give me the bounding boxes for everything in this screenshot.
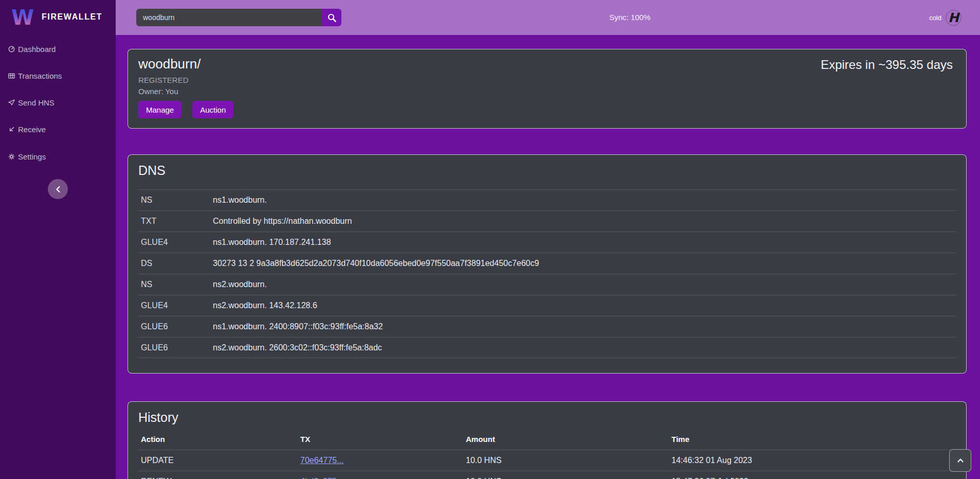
history-amount: 10.0 HNS	[463, 477, 668, 479]
sidebar-item-settings[interactable]: Settings	[8, 150, 46, 163]
search-input[interactable]	[136, 9, 322, 26]
dns-record-row: GLUE6ns2.woodburn. 2600:3c02::f03c:93ff:…	[138, 337, 956, 358]
search-box	[136, 9, 341, 26]
dns-record-row: TXTControlled by https://nathan.woodburn	[138, 210, 956, 232]
sidebar-item-label: Settings	[18, 152, 46, 161]
dns-record-row: GLUE4ns2.woodburn. 143.42.128.6	[138, 295, 956, 316]
sidebar-collapse-button[interactable]	[48, 179, 68, 199]
transactions-table-icon	[8, 73, 15, 79]
history-table: ActionTXAmountTime UPDATE70e64775...10.0…	[138, 428, 956, 479]
manage-button[interactable]: Manage	[138, 101, 182, 118]
dns-record-value: ns2.woodburn. 2600:3c02::f03c:93ff:fe5a:…	[213, 343, 956, 352]
app-logo[interactable]: W FIREWALLET	[11, 6, 102, 28]
svg-text:W: W	[11, 6, 34, 28]
history-column-header: Action	[138, 435, 297, 443]
chevron-up-icon	[957, 458, 964, 463]
dns-record-type: NS	[138, 280, 213, 289]
history-column-header: TX	[297, 435, 463, 443]
chevron-left-icon	[55, 186, 61, 193]
dns-record-type: GLUE4	[138, 238, 213, 247]
sidebar-item-receive[interactable]: Receive	[8, 123, 46, 136]
dns-record-value: ns2.woodburn.	[213, 280, 956, 289]
dns-record-row: NSns2.woodburn.	[138, 274, 956, 295]
dns-record-type: GLUE6	[138, 322, 213, 331]
scroll-to-top-button[interactable]	[949, 449, 971, 472]
history-row: UPDATE70e64775...10.0 HNS14:46:32 01 Aug…	[138, 450, 956, 471]
history-amount: 10.0 HNS	[463, 456, 668, 465]
history-time: 15:47:36 07 Jul 2023	[668, 477, 956, 479]
domain-expiry: Expires in ~395.35 days	[821, 58, 953, 72]
sidebar-item-dashboard[interactable]: Dashboard	[8, 42, 56, 56]
dns-record-type: GLUE4	[138, 301, 213, 310]
brand-logo-icon: W	[11, 6, 34, 28]
sidebar-item-label: Send HNS	[18, 98, 55, 107]
search-icon	[328, 13, 336, 22]
sidebar-item-send-hns[interactable]: Send HNS	[8, 96, 55, 110]
dns-records-table: NSns1.woodburn.TXTControlled by https://…	[138, 189, 956, 358]
domain-card: woodburn/ REGISTERED Owner: You Manage A…	[128, 49, 967, 129]
domain-owner: Owner: You	[138, 87, 956, 96]
dns-record-value: 30273 13 2 9a3a8fb3d625d2a2073d740f10da6…	[213, 259, 956, 268]
sidebar: W FIREWALLET DashboardTransactionsSend H…	[0, 0, 116, 479]
tx-link[interactable]: 70e64775...	[300, 456, 344, 465]
sidebar-item-transactions[interactable]: Transactions	[8, 69, 62, 82]
auction-button[interactable]: Auction	[192, 101, 233, 118]
dns-card-title: DNS	[128, 155, 966, 178]
topbar: Sync: 100% cold H	[116, 0, 980, 35]
app-window: W FIREWALLET DashboardTransactionsSend H…	[0, 0, 980, 479]
search-button[interactable]	[322, 9, 341, 26]
dns-record-value: ns1.woodburn.	[213, 196, 956, 205]
history-card: History ActionTXAmountTime UPDATE70e6477…	[128, 401, 967, 479]
dns-record-row: GLUE6ns1.woodburn. 2400:8907::f03c:93ff:…	[138, 316, 956, 337]
dns-record-type: DS	[138, 259, 213, 268]
dns-record-type: TXT	[138, 217, 213, 226]
history-row: RENEW4bd9c675...10.0 HNS15:47:36 07 Jul …	[138, 471, 956, 479]
dns-record-value: ns1.woodburn. 2400:8907::f03c:93ff:fe5a:…	[213, 322, 956, 331]
dns-record-type: NS	[138, 196, 213, 205]
history-card-title: History	[128, 402, 966, 424]
dns-record-row: DS30273 13 2 9a3a8fb3d625d2a2073d740f10d…	[138, 253, 956, 274]
dns-record-type: GLUE6	[138, 343, 213, 352]
dns-record-value: ns1.woodburn. 170.187.241.138	[213, 238, 956, 247]
history-table-header: ActionTXAmountTime	[138, 428, 956, 450]
sidebar-item-label: Dashboard	[18, 45, 56, 54]
history-time: 14:46:32 01 Aug 2023	[668, 456, 956, 465]
wallet-name: cold	[929, 14, 941, 22]
history-action: UPDATE	[138, 456, 297, 465]
brand-name: FIREWALLET	[42, 12, 102, 22]
domain-status: REGISTERED	[138, 76, 956, 84]
sidebar-item-label: Transactions	[18, 72, 62, 80]
dns-card: DNS NSns1.woodburn.TXTControlled by http…	[128, 154, 967, 374]
dns-record-value: Controlled by https://nathan.woodburn	[213, 217, 956, 226]
wallet-indicator: cold H	[929, 0, 961, 35]
send-plane-icon	[8, 99, 15, 106]
settings-gear-icon	[8, 153, 15, 160]
history-column-header: Amount	[463, 435, 668, 443]
history-column-header: Time	[668, 435, 956, 443]
handshake-logo-icon[interactable]: H	[946, 10, 961, 26]
dns-record-value: ns2.woodburn. 143.42.128.6	[213, 301, 956, 310]
sync-status: Sync: 100%	[609, 0, 650, 35]
dns-record-row: GLUE4ns1.woodburn. 170.187.241.138	[138, 232, 956, 253]
receive-arrow-icon	[8, 126, 15, 133]
dns-record-row: NSns1.woodburn.	[138, 189, 956, 210]
tx-link[interactable]: 4bd9c675...	[300, 477, 343, 479]
history-action: RENEW	[138, 477, 297, 479]
dashboard-gauge-icon	[8, 46, 15, 52]
sidebar-item-label: Receive	[18, 125, 46, 134]
